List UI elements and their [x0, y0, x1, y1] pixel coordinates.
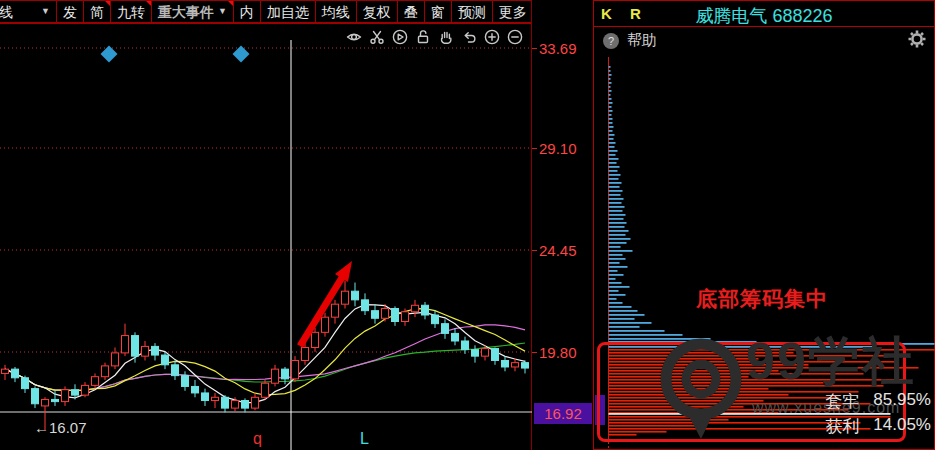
current-price-tag: 16.92	[534, 403, 592, 424]
profit-chips-label: 获利	[825, 415, 859, 438]
locked-chips-label: 套牢	[825, 390, 859, 413]
locked-chips-value: 85.95%	[873, 390, 931, 413]
play-icon[interactable]	[392, 29, 408, 45]
axis-label-29.10: 29.10	[539, 140, 577, 157]
kline-chart-area: ←16.07 qL	[0, 24, 532, 450]
min-price-label: ←16.07	[34, 419, 87, 436]
period-label-q: q	[253, 430, 262, 448]
kline-chart-canvas[interactable]	[0, 0, 532, 450]
unlock-icon[interactable]	[415, 29, 431, 45]
hand-icon[interactable]	[438, 29, 454, 45]
profit-chips-value: 14.05%	[873, 415, 931, 438]
zoom-in-icon[interactable]	[484, 29, 500, 45]
chip-annotation: 底部筹码集中	[696, 285, 828, 313]
axis-label-33.69: 33.69	[539, 40, 577, 57]
locked-chips-row: 套牢 85.95%	[825, 390, 931, 413]
axis-tick	[532, 148, 537, 149]
chart-tools-toolbar	[346, 29, 523, 45]
scissors-icon[interactable]	[369, 29, 385, 45]
zoom-out-icon[interactable]	[507, 29, 523, 45]
price-axis: 16.92 33.6929.1024.4519.80	[532, 24, 593, 450]
stock-panel: K R 威腾电气 688226 ? 帮助 99学社 www.xueshe9.co…	[593, 0, 935, 450]
trading-app-window: 线▼发简九转重大事件▼内加自选均线复权叠窗预测更多→|▼ ←16.07 qL 1…	[0, 0, 935, 450]
axis-tick	[532, 48, 537, 49]
profit-chips-row: 获利 14.05%	[825, 415, 931, 438]
axis-label-19.80: 19.80	[539, 344, 577, 361]
undo-icon[interactable]	[461, 29, 477, 45]
axis-label-24.45: 24.45	[539, 242, 577, 259]
period-label-L: L	[360, 430, 369, 448]
axis-tick	[532, 250, 537, 251]
axis-tick	[532, 352, 537, 353]
eye-icon[interactable]	[346, 29, 362, 45]
